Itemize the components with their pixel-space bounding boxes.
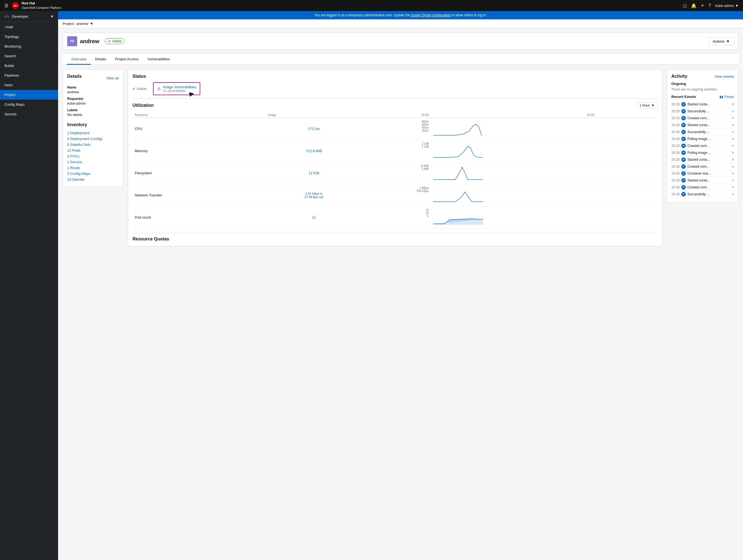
event-arrow-icon[interactable]: > [732,130,734,134]
vuln-sub: 12 vulnerabilities [163,89,196,92]
tab-vulnerabilities[interactable]: Vulnerabilities [143,54,174,65]
event-arrow-icon[interactable]: > [732,109,734,113]
tab-overview[interactable]: Overview [67,54,91,65]
sidebar-item-project[interactable]: Project [0,90,58,100]
project-header-bar: Project: andrew ▼ [58,19,743,28]
list-item: 15:16 P Pulling image ... > [671,136,734,142]
time1-col-header: 14:30 [362,112,431,118]
list-item: 15:16 P Created cont... > [671,142,734,149]
sidebar-item-topology[interactable]: Topology [0,32,58,42]
event-arrow-icon[interactable]: > [732,144,734,148]
inventory-item-deployments[interactable]: 1 Deployment [67,130,119,136]
event-arrow-icon[interactable]: > [732,102,734,106]
add-label: +Add [4,25,13,29]
sidebar-item-pipelines[interactable]: Pipelines [0,71,58,80]
event-arrow-icon[interactable]: > [732,158,734,162]
event-icon: P [681,102,686,106]
event-arrow-icon[interactable]: > [732,123,734,127]
event-icon: P [681,178,686,183]
event-icon: P [681,123,686,127]
utilization-table: Resource Usage 14:30 15:00 CPU 1 [132,112,658,228]
table-row: Network Transfer 2.92 KBps in37.48 Bps o… [132,184,658,206]
sidebar-item-monitoring[interactable]: Monitoring [0,42,58,51]
event-arrow-icon[interactable]: > [732,151,734,155]
recent-events-header: Recent Events ▮▮ Pause [671,95,734,99]
question-icon[interactable]: ? [708,3,711,8]
user-menu[interactable]: kube:admin ▼ [715,4,739,8]
bell-icon[interactable]: 🔔 [691,3,697,8]
event-icon: P [681,116,686,120]
activity-header: Activity View events [671,74,734,79]
hamburger-menu[interactable]: ☰ [4,3,8,8]
active-dot-icon: ✔ [108,39,111,43]
inventory-item-secrets[interactable]: 14 Secrets [67,176,119,182]
project-badge: PR [67,36,77,46]
event-text: Created cont... [687,165,730,169]
sidebar-item-builds[interactable]: Builds [0,61,58,71]
no-activity-text: There are no ongoing activities. [671,87,734,91]
event-arrow-icon[interactable]: > [732,172,734,175]
event-icon: P [681,164,686,169]
view-events-link[interactable]: View events [714,75,734,79]
filesystem-y-labels: 10 MiB5 MiB [362,162,431,184]
inventory-item-pvcs[interactable]: 2 PVCs [67,153,119,159]
grid-icon[interactable]: ◻ [683,3,687,8]
inventory-item-route[interactable]: 1 Route [67,165,119,171]
page-content: PR andrew ✔ Active Actions ▼ Overview De… [58,28,743,251]
user-chevron-icon: ▼ [735,4,739,8]
event-text: Successfully ... [687,192,730,196]
oauth-config-link[interactable]: cluster OAuth configuration [411,13,451,17]
inventory-item-stateful-sets[interactable]: 0 Stateful Sets [67,142,119,147]
project-selector[interactable]: Project: andrew ▼ [62,21,93,26]
inventory-item-service[interactable]: 1 Service [67,159,119,165]
event-text: Started conta... [687,123,730,127]
event-time: 15:16 [671,158,680,162]
list-item: 15:16 P Started conta... > [671,101,734,108]
brand-logo-area: RH Red Hat OpenShift Container Platform [12,1,61,10]
event-time: 15:16 [671,192,680,196]
vuln-info: Image Vulnerabilities 12 vulnerabilities [163,85,196,92]
memory-chart [433,142,483,159]
event-arrow-icon[interactable]: > [732,137,734,141]
sidebar-item-configmaps[interactable]: Config Maps [0,100,58,109]
view-all-link[interactable]: View all [106,76,119,80]
time-range-label: 1 Hour [640,103,650,107]
event-icon: P [681,158,686,162]
tab-project-access[interactable]: Project Access [111,54,143,65]
sidebar-item-search[interactable]: Search [0,51,58,61]
event-arrow-icon[interactable]: > [732,192,734,196]
inventory-item-deployment-configs[interactable]: 0 Deployment Configs [67,136,119,142]
sidebar-item-add[interactable]: +Add [0,22,58,32]
table-row: Filesystem 12 KiB 10 MiB5 MiB [132,162,658,184]
sidebar-item-helm[interactable]: Helm [0,80,58,90]
event-arrow-icon[interactable]: > [732,178,734,182]
project-selector-chevron: ▼ [90,21,93,26]
role-icon: </> [4,15,9,18]
time-range-selector[interactable]: 1 Hour ▼ [637,102,658,109]
inventory-item-configmaps[interactable]: 3 Config Maps [67,171,119,176]
requester-label: Requester [67,97,119,101]
filesystem-usage-value: 12 KiB [265,162,362,184]
pause-button[interactable]: ▮▮ Pause [719,95,734,99]
status-title: Status [132,74,658,79]
network-resource-label: Network Transfer [132,184,265,206]
activity-card: Activity View events Ongoing There are n… [667,69,739,203]
event-arrow-icon[interactable]: > [732,165,734,169]
list-item: 15:16 P Started conta... > [671,156,734,163]
active-check-icon: ✔ [132,87,136,91]
plus-icon[interactable]: + [701,3,704,9]
event-time: 15:16 [671,109,680,113]
svg-text:RH: RH [13,4,17,7]
builds-label: Builds [4,63,14,68]
event-arrow-icon[interactable]: > [732,185,734,189]
event-arrow-icon[interactable]: > [732,116,734,120]
tab-details[interactable]: Details [91,54,111,65]
inventory-item-pods[interactable]: 12 Pods [67,147,119,153]
role-switcher[interactable]: </> Developer ▼ [0,11,58,22]
username-label: kube:admin [715,4,734,8]
actions-button[interactable]: Actions ▼ [708,37,734,45]
vulnerabilities-box[interactable]: ⚠ Image Vulnerabilities 12 vulnerabiliti… [153,82,200,95]
resource-col-header: Resource [132,112,265,118]
top-navigation: ☰ RH Red Hat OpenShift Container Platfor… [0,0,743,11]
sidebar-item-secrets[interactable]: Secrets [0,109,58,119]
